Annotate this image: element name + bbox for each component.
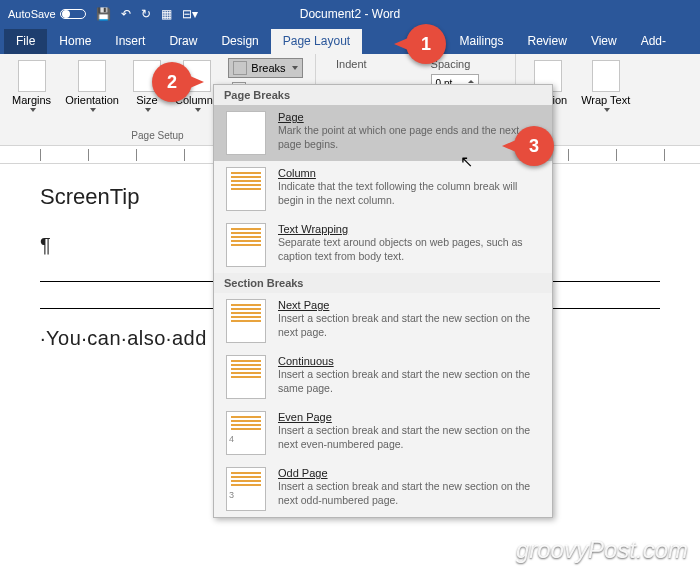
breaks-button[interactable]: Breaks: [228, 58, 302, 78]
document-title: Document2 - Word: [300, 7, 400, 21]
cursor-icon: ↖: [460, 152, 473, 171]
spacing-label: Spacing: [431, 58, 495, 74]
tab-addins[interactable]: Add-: [629, 29, 678, 54]
tab-page-layout[interactable]: Page Layout: [271, 29, 362, 54]
margins-button[interactable]: Margins: [8, 58, 55, 114]
tab-file[interactable]: File: [4, 29, 47, 54]
orientation-icon: [78, 60, 106, 92]
tab-mailings[interactable]: Mailings: [448, 29, 516, 54]
tab-draw[interactable]: Draw: [157, 29, 209, 54]
undo-icon[interactable]: ↶: [121, 7, 131, 21]
callout-2: 2: [152, 62, 192, 102]
wrap-text-button[interactable]: Wrap Text: [577, 58, 634, 114]
tab-insert[interactable]: Insert: [103, 29, 157, 54]
indent-label: Indent: [336, 58, 391, 74]
menu-item-odd-page[interactable]: Odd PageInsert a section break and start…: [214, 461, 552, 517]
section-section-breaks: Section Breaks: [214, 273, 552, 293]
title-bar: AutoSave 💾 ↶ ↻ ▦ ⊟▾ Document2 - Word: [0, 0, 700, 28]
margins-icon: [18, 60, 46, 92]
odd-page-icon: [226, 467, 266, 511]
callout-3: 3: [514, 126, 554, 166]
save-icon[interactable]: 💾: [96, 7, 111, 21]
next-page-icon: [226, 299, 266, 343]
wrap-icon: [592, 60, 620, 92]
autosave-toggle[interactable]: AutoSave: [8, 8, 86, 20]
callout-1: 1: [406, 24, 446, 64]
tab-review[interactable]: Review: [516, 29, 579, 54]
page-break-icon: [226, 111, 266, 155]
text-wrapping-icon: [226, 223, 266, 267]
quick-access-toolbar: AutoSave 💾 ↶ ↻ ▦ ⊟▾: [8, 7, 198, 21]
tab-design[interactable]: Design: [209, 29, 270, 54]
menu-item-page[interactable]: PageMark the point at which one page end…: [214, 105, 552, 161]
ribbon-tabs: File Home Insert Draw Design Page Layout…: [0, 28, 700, 54]
tab-view[interactable]: View: [579, 29, 629, 54]
menu-item-column[interactable]: ColumnIndicate that the text following t…: [214, 161, 552, 217]
breaks-icon: [233, 61, 247, 75]
table-icon[interactable]: ▦: [161, 7, 172, 21]
watermark: groovyPost.com: [516, 536, 688, 564]
tab-home[interactable]: Home: [47, 29, 103, 54]
menu-item-even-page[interactable]: Even PageInsert a section break and star…: [214, 405, 552, 461]
menu-item-continuous[interactable]: ContinuousInsert a section break and sta…: [214, 349, 552, 405]
even-page-icon: [226, 411, 266, 455]
orientation-button[interactable]: Orientation: [61, 58, 123, 114]
breaks-qat-icon[interactable]: ⊟▾: [182, 7, 198, 21]
menu-item-next-page[interactable]: Next PageInsert a section break and star…: [214, 293, 552, 349]
redo-icon[interactable]: ↻: [141, 7, 151, 21]
continuous-icon: [226, 355, 266, 399]
menu-item-text-wrapping[interactable]: Text WrappingSeparate text around object…: [214, 217, 552, 273]
toggle-icon: [60, 9, 86, 19]
column-break-icon: [226, 167, 266, 211]
section-page-breaks: Page Breaks: [214, 85, 552, 105]
autosave-label: AutoSave: [8, 8, 56, 20]
